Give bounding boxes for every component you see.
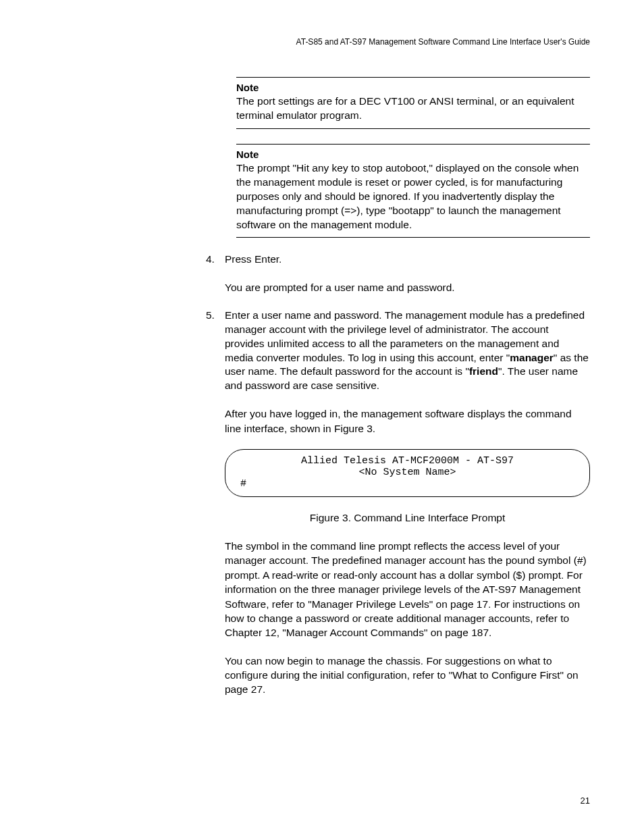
step-5: 5. Enter a user name and password. The m…	[206, 309, 590, 394]
note-block-2: Note The prompt "Hit any key to stop aut…	[236, 144, 590, 238]
step-text: Press Enter.	[225, 253, 590, 267]
terminal-line-2: <No System Name>	[240, 467, 574, 478]
figure-caption: Figure 3. Command Line Interface Prompt	[225, 512, 590, 524]
note-title: Note	[236, 82, 590, 93]
step-text: Enter a user name and password. The mana…	[225, 309, 590, 394]
note-body: The prompt "Hit any key to stop autoboot…	[236, 161, 590, 232]
note-block-1: Note The port settings are for a DEC VT1…	[236, 77, 590, 129]
note-body: The port settings are for a DEC VT100 or…	[236, 95, 590, 123]
paragraph-prompt-symbol: The symbol in the command line prompt re…	[225, 539, 590, 640]
running-header: AT-S85 and AT-S97 Management Software Co…	[54, 37, 590, 47]
terminal-prompt: #	[240, 478, 574, 490]
rule-top	[236, 144, 590, 145]
step-number: 5.	[206, 309, 225, 394]
step-5-continuation: After you have logged in, the management…	[225, 407, 590, 436]
page-number: 21	[581, 796, 590, 806]
step-4-continuation: You are prompted for a user name and pas…	[225, 280, 590, 294]
bold-friend: friend	[469, 365, 498, 377]
step-number: 4.	[206, 253, 225, 267]
page-root: AT-S85 and AT-S97 Management Software Co…	[0, 0, 644, 697]
rule-top	[236, 77, 590, 78]
rule-bottom	[236, 237, 590, 238]
terminal-line-1: Allied Telesis AT-MCF2000M - AT-S97	[240, 455, 574, 467]
step-4: 4. Press Enter.	[206, 253, 590, 267]
rule-bottom	[236, 128, 590, 129]
terminal-box: Allied Telesis AT-MCF2000M - AT-S97 <No …	[225, 449, 590, 497]
note-title: Note	[236, 149, 590, 160]
bold-manager: manager	[510, 352, 554, 363]
paragraph-next-steps: You can now begin to manage the chassis.…	[225, 654, 590, 697]
